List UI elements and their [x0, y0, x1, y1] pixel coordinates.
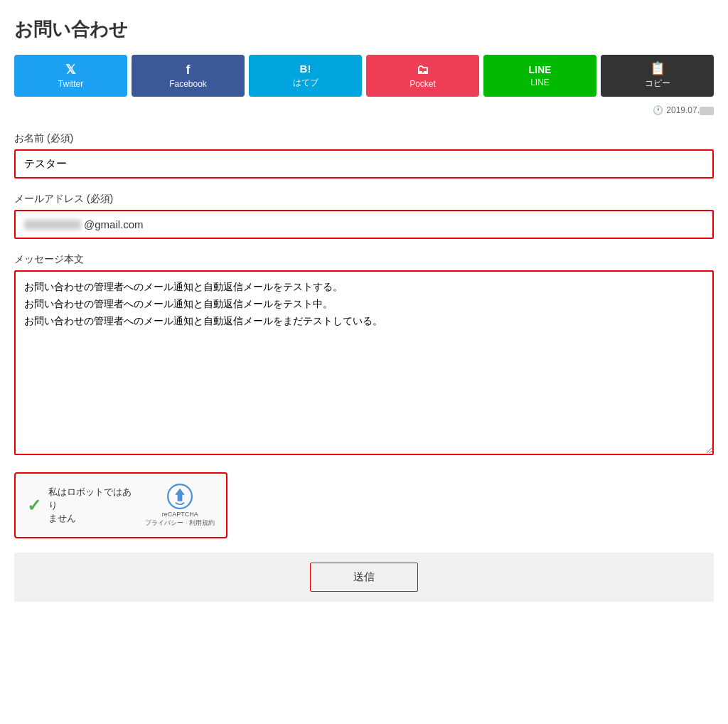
date-row: 🕐 2019.07. — [14, 105, 714, 115]
recaptcha-terms-link: 利用規約 — [189, 519, 215, 526]
clock-icon: 🕐 — [653, 105, 663, 115]
recaptcha-logo-area: reCAPTCHA プライバシー · 利用規約 — [145, 484, 215, 527]
recaptcha-check-area: ✓ 私はロボットではありません — [27, 486, 134, 525]
name-field-section: お名前 (必須) — [14, 132, 714, 179]
share-buttons-container: 𝕏 Twitter f Facebook B! はてブ 🗂 Pocket LIN… — [14, 55, 714, 97]
line-icon: LINE — [529, 65, 552, 75]
share-twitter-button[interactable]: 𝕏 Twitter — [14, 55, 127, 97]
email-input-wrapper: @gmail.com — [14, 210, 714, 239]
email-label: メールアドレス (必須) — [14, 193, 714, 206]
share-hatena-button[interactable]: B! はてブ — [249, 55, 362, 97]
copy-label: コピー — [645, 78, 670, 90]
recaptcha-brand: reCAPTCHA プライバシー · 利用規約 — [145, 511, 215, 527]
hatena-label: はてブ — [293, 77, 318, 89]
facebook-icon: f — [186, 63, 191, 76]
name-input[interactable] — [14, 149, 714, 179]
line-label: LINE — [530, 78, 550, 87]
date-text: 2019.07. — [666, 105, 714, 115]
message-textarea[interactable]: お問い合わせの管理者へのメール通知と自動返信メールをテストする。 お問い合わせの… — [14, 270, 714, 455]
share-line-button[interactable]: LINE LINE — [483, 55, 596, 97]
facebook-label: Facebook — [169, 79, 207, 89]
copy-icon: 📋 — [650, 62, 665, 75]
share-facebook-button[interactable]: f Facebook — [132, 55, 245, 97]
submit-area: 送信 — [14, 553, 714, 602]
share-copy-button[interactable]: 📋 コピー — [601, 55, 714, 97]
email-blurred-part — [24, 220, 81, 230]
recaptcha-checkmark: ✓ — [27, 496, 41, 516]
twitter-label: Twitter — [58, 79, 83, 89]
recaptcha-text: 私はロボットではありません — [48, 486, 134, 525]
page-title: お問い合わせ — [14, 17, 714, 42]
recaptcha-logo-icon — [167, 484, 193, 509]
share-pocket-button[interactable]: 🗂 Pocket — [366, 55, 479, 97]
recaptcha-widget[interactable]: ✓ 私はロボットではありません reCAPTCHA プライバシー · 利用規約 — [14, 472, 228, 538]
name-label: お名前 (必須) — [14, 132, 714, 145]
recaptcha-privacy-link: プライバシー — [145, 519, 183, 526]
email-field-section: メールアドレス (必須) @gmail.com — [14, 193, 714, 239]
email-display[interactable]: @gmail.com — [14, 210, 714, 239]
email-suffix: @gmail.com — [84, 218, 144, 230]
submit-button[interactable]: 送信 — [310, 563, 418, 592]
message-label: メッセージ本文 — [14, 253, 714, 266]
pocket-icon: 🗂 — [417, 63, 429, 76]
hatena-icon: B! — [300, 63, 311, 74]
twitter-icon: 𝕏 — [65, 63, 76, 76]
message-field-section: メッセージ本文 お問い合わせの管理者へのメール通知と自動返信メールをテストする。… — [14, 253, 714, 458]
pocket-label: Pocket — [410, 79, 436, 89]
